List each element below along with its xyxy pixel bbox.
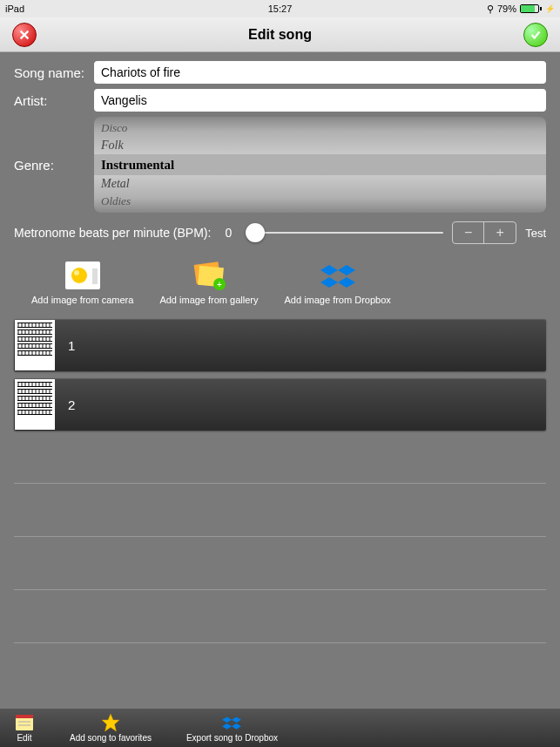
add-image-dropbox[interactable]: Add image from Dropbox	[285, 260, 391, 305]
bpm-stepper: − +	[452, 221, 516, 244]
divider	[14, 642, 546, 643]
toolbar: Edit Add song to favorites Export song t…	[0, 709, 560, 747]
gallery-icon: +	[190, 260, 228, 291]
image-actions: Add image from camera + Add image from g…	[14, 260, 546, 305]
picker-item[interactable]: Metal	[94, 175, 546, 193]
camera-label: Add image from camera	[31, 295, 133, 305]
picker-item[interactable]: Oldies	[94, 193, 546, 210]
status-bar: iPad 15:27 ⚲ 79% ⚡	[0, 0, 560, 17]
bluetooth-icon: ⚲	[487, 3, 494, 15]
charging-icon: ⚡	[545, 4, 555, 13]
battery-pct: 79%	[497, 3, 516, 14]
svg-text:+: +	[217, 280, 222, 289]
notepad-icon	[14, 713, 35, 732]
edit-label: Edit	[17, 733, 31, 743]
image-thumbnail	[15, 320, 55, 370]
bpm-row: Metronome beats per minute (BPM): 0 − + …	[14, 221, 546, 244]
genre-label: Genre:	[14, 158, 94, 173]
artist-row: Artist:	[14, 89, 546, 112]
image-list: 12	[0, 319, 560, 431]
picker-item[interactable]: Folk	[94, 137, 546, 154]
battery-icon	[520, 4, 542, 13]
status-right: ⚲ 79% ⚡	[487, 3, 555, 15]
status-time: 15:27	[268, 3, 293, 14]
artist-input[interactable]	[94, 89, 546, 112]
bpm-value: 0	[219, 226, 237, 240]
toolbar-edit[interactable]: Edit	[14, 713, 35, 743]
svg-point-2	[74, 270, 79, 275]
favorites-label: Add song to favorites	[70, 733, 152, 743]
svg-rect-3	[92, 268, 98, 284]
nav-bar: Edit song	[0, 17, 560, 52]
save-button[interactable]	[523, 23, 548, 47]
image-thumbnail	[15, 379, 55, 430]
toolbar-export[interactable]: Export song to Dropbox	[186, 713, 278, 743]
genre-picker[interactable]: CountryDiscoFolkInstrumentalMetalOldiesP…	[94, 117, 546, 213]
slider-thumb[interactable]	[246, 223, 265, 242]
bpm-test-button[interactable]: Test	[525, 227, 546, 240]
picker-item[interactable]: Disco	[94, 119, 546, 137]
form-area: Song name: Artist: Genre: CountryDiscoFo…	[0, 52, 560, 305]
cancel-button[interactable]	[12, 23, 37, 47]
close-icon	[18, 29, 30, 41]
add-image-camera[interactable]: Add image from camera	[31, 260, 133, 305]
export-label: Export song to Dropbox	[186, 733, 278, 743]
divider	[14, 483, 546, 484]
image-number: 1	[68, 338, 75, 353]
dropbox-icon	[319, 260, 357, 291]
toolbar-favorites[interactable]: Add song to favorites	[70, 713, 152, 743]
song-name-label: Song name:	[14, 65, 94, 80]
song-name-row: Song name:	[14, 61, 546, 84]
image-row[interactable]: 1	[14, 319, 546, 371]
svg-point-1	[71, 268, 87, 283]
stepper-plus[interactable]: +	[484, 222, 516, 243]
image-number: 2	[68, 397, 75, 412]
genre-row: Genre: CountryDiscoFolkInstrumentalMetal…	[14, 117, 546, 213]
bpm-slider[interactable]	[246, 232, 443, 234]
divider	[14, 536, 546, 537]
artist-label: Artist:	[14, 93, 94, 108]
star-icon	[100, 713, 121, 732]
picker-item[interactable]: Instrumental	[94, 154, 546, 175]
image-row[interactable]: 2	[14, 378, 546, 431]
bpm-label: Metronome beats per minute (BPM):	[14, 226, 211, 240]
device-label: iPad	[5, 3, 24, 14]
add-image-gallery[interactable]: + Add image from gallery	[159, 260, 258, 305]
check-icon	[530, 29, 542, 41]
stepper-minus[interactable]: −	[453, 222, 484, 243]
song-name-input[interactable]	[94, 61, 546, 84]
camera-icon	[64, 260, 102, 291]
dropbox-icon	[221, 713, 242, 732]
svg-rect-9	[16, 715, 33, 718]
divider	[14, 589, 546, 590]
picker-item[interactable]: Pop	[94, 210, 546, 213]
placeholder-list	[0, 483, 560, 643]
page-title: Edit song	[248, 27, 312, 43]
dropbox-label: Add image from Dropbox	[285, 295, 391, 305]
gallery-label: Add image from gallery	[159, 295, 258, 305]
